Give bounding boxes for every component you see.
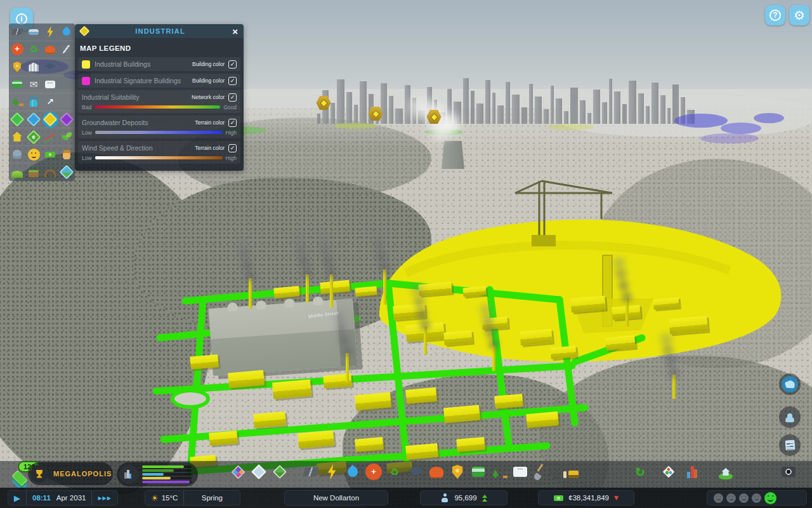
police-icon bbox=[11, 61, 23, 73]
happiness-face-1 bbox=[726, 493, 736, 503]
toolbar-map-tiles[interactable] bbox=[272, 464, 288, 480]
industrial-building bbox=[209, 431, 238, 446]
help-button[interactable]: ? bbox=[765, 5, 785, 25]
industrial-building bbox=[393, 304, 426, 320]
happiness-display[interactable] bbox=[707, 490, 807, 505]
infoview-economy-trend[interactable] bbox=[43, 130, 58, 145]
infoview-population[interactable] bbox=[10, 147, 25, 162]
maintenance-icon bbox=[61, 43, 73, 55]
industrial-diamond-icon bbox=[320, 99, 328, 107]
toolbar-progression[interactable] bbox=[717, 464, 734, 480]
infoview-administration[interactable] bbox=[26, 59, 41, 74]
citizens-button[interactable] bbox=[779, 406, 801, 428]
toolbar-water-sewage[interactable] bbox=[344, 464, 361, 480]
infoview-terrain-height[interactable] bbox=[10, 164, 25, 180]
residential-icon bbox=[11, 114, 23, 126]
infoview-garbage[interactable] bbox=[26, 42, 41, 57]
infoview-maintenance[interactable] bbox=[59, 42, 74, 57]
infoview-healthcare[interactable] bbox=[10, 42, 25, 57]
industrial-building bbox=[355, 392, 391, 411]
tourism-icon bbox=[28, 96, 40, 108]
simulation-speed-button[interactable]: ▶▶▶ bbox=[92, 491, 117, 505]
toolbar-education-research[interactable] bbox=[407, 464, 424, 480]
chirper-button[interactable] bbox=[779, 373, 801, 395]
toolbar-economy[interactable] bbox=[632, 464, 648, 480]
toolbar-info-views[interactable] bbox=[660, 464, 677, 480]
infoview-police[interactable] bbox=[10, 59, 25, 74]
photo-mode-icon bbox=[780, 464, 797, 480]
journal-button[interactable] bbox=[779, 434, 801, 456]
game-date: Apr 2031 bbox=[56, 494, 86, 502]
demand-bar-commercial bbox=[142, 473, 192, 476]
infoview-commercial[interactable] bbox=[26, 112, 41, 127]
infoview-tourism[interactable] bbox=[26, 94, 41, 109]
zoning-demand-widget[interactable] bbox=[117, 462, 198, 486]
toolbar-zones[interactable] bbox=[230, 464, 246, 480]
toolbar-areas[interactable] bbox=[251, 464, 267, 480]
scale-min-label: Low bbox=[82, 130, 92, 136]
smokestack bbox=[330, 274, 333, 307]
infoview-row bbox=[9, 76, 75, 94]
legend-checkbox[interactable] bbox=[228, 119, 237, 127]
infoview-water-pollution[interactable] bbox=[59, 164, 74, 180]
toolbar-police-administration[interactable] bbox=[449, 464, 466, 480]
money-icon bbox=[554, 495, 563, 501]
infoview-post[interactable] bbox=[26, 77, 41, 92]
legend-mode-label: Terrain color bbox=[195, 119, 225, 126]
legend-checkbox[interactable] bbox=[228, 77, 237, 85]
legend-checkbox[interactable] bbox=[228, 60, 237, 69]
infoview-office[interactable] bbox=[59, 112, 74, 127]
toolbar-roads[interactable] bbox=[303, 464, 319, 480]
toolbar-bulldozer[interactable] bbox=[563, 464, 579, 480]
legend-checkbox[interactable] bbox=[228, 93, 237, 102]
toolbar-fire-rescue[interactable] bbox=[428, 464, 445, 480]
infoview-finances[interactable] bbox=[43, 147, 58, 162]
legend-gradient-bar bbox=[95, 105, 220, 109]
infoview-communications[interactable] bbox=[43, 77, 58, 92]
infoview-parks[interactable] bbox=[10, 94, 25, 109]
infoview-electricity[interactable] bbox=[43, 24, 58, 39]
infoview-transportation[interactable] bbox=[10, 77, 25, 92]
city-name-display[interactable]: New Dollarton bbox=[284, 490, 388, 505]
toolbar-photo-mode[interactable] bbox=[780, 464, 797, 480]
infoview-water[interactable] bbox=[59, 24, 74, 39]
infoview-noise-pollution[interactable] bbox=[43, 164, 58, 180]
options-button[interactable]: ⚙ bbox=[789, 5, 809, 25]
smoke bbox=[379, 263, 390, 273]
toolbar-electricity[interactable] bbox=[324, 464, 340, 480]
infoview-education[interactable] bbox=[43, 59, 58, 74]
legend-checkbox[interactable] bbox=[228, 144, 237, 152]
industrial-building bbox=[443, 405, 480, 424]
infoview-fire[interactable] bbox=[43, 42, 58, 57]
infoview-outside-connections[interactable] bbox=[43, 94, 58, 109]
legend-gradient-bar bbox=[95, 156, 223, 159]
population-display[interactable]: 95,699 bbox=[420, 490, 508, 505]
legend-color-swatch bbox=[82, 77, 90, 85]
toolbar-transportation[interactable] bbox=[470, 464, 487, 480]
money-display[interactable]: ¢38,341,849 ▼ bbox=[538, 490, 634, 505]
infoview-residential[interactable] bbox=[10, 112, 25, 127]
infoview-workplaces[interactable] bbox=[59, 147, 74, 162]
toolbar-garbage[interactable] bbox=[386, 464, 403, 480]
demand-bar-residential-high bbox=[142, 469, 192, 472]
toolbar-city-statistics[interactable] bbox=[685, 464, 702, 480]
infoview-industrial[interactable] bbox=[43, 112, 58, 127]
toolbar-communications[interactable] bbox=[512, 464, 528, 480]
infoview-traffic[interactable] bbox=[26, 24, 41, 39]
close-button[interactable]: × bbox=[231, 27, 239, 36]
milestone-widget[interactable]: MEGALOPOLIS bbox=[28, 462, 113, 485]
infoview-vegetation[interactable] bbox=[59, 130, 74, 145]
toolbar-parks-recreation[interactable] bbox=[491, 464, 508, 480]
legend-label: Groundwater Deposits bbox=[82, 119, 195, 126]
infoview-land-value[interactable] bbox=[26, 130, 41, 145]
toolbar-landscaping[interactable] bbox=[533, 464, 549, 480]
post-icon bbox=[28, 78, 40, 90]
infoview-happiness[interactable] bbox=[26, 147, 41, 162]
panel-body: MAP LEGEND Industrial BuildingsBuilding … bbox=[75, 38, 244, 171]
infoview-housing[interactable] bbox=[10, 130, 25, 145]
infoview-ground-pollution[interactable] bbox=[26, 164, 41, 180]
infoview-roads[interactable] bbox=[10, 24, 25, 39]
play-pause-button[interactable]: ▶ bbox=[8, 491, 26, 505]
scale-max-label: High bbox=[226, 155, 237, 161]
toolbar-health-deathcare[interactable] bbox=[365, 464, 382, 480]
